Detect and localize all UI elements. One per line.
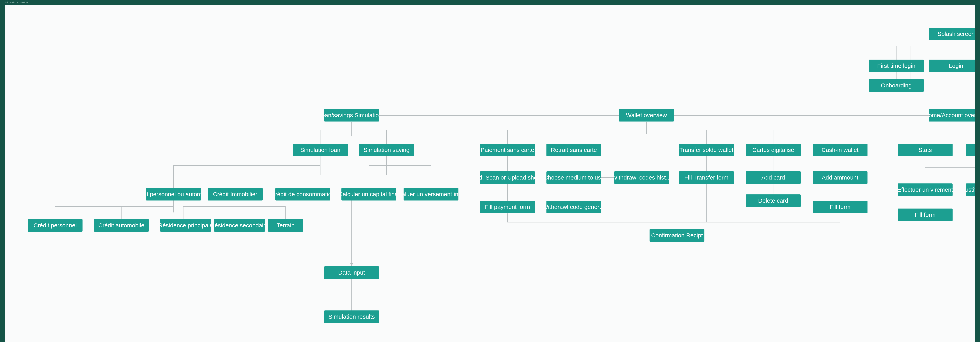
label: Add card [762,174,785,181]
connector-layer [5,5,975,337]
node-cartes-digitalise[interactable]: Cartes digitalisé [746,144,801,156]
label: Effectuer un virement [898,186,953,193]
label: First time login [877,62,915,69]
node-justificatif-compte[interactable]: Justificatif n° de compte [966,183,975,196]
label: Crédit de consommation [275,191,330,198]
label: Stats [918,146,932,153]
label: Résidence principale [160,222,211,229]
label: Fill form [915,211,936,218]
node-first-time-login[interactable]: First time login [869,60,924,72]
node-credit-automobile[interactable]: Crédit automobile [94,219,149,232]
node-splash-screen[interactable]: Splash screen [929,28,975,40]
node-transfers[interactable]: Transfers [966,144,975,156]
label: Simulation loan [300,146,340,153]
label: Calculer un capital final [341,191,396,198]
node-effectuer-virement[interactable]: Effectuer un virement [898,183,953,196]
node-login[interactable]: Login [929,60,975,72]
node-data-input[interactable]: Data input [324,266,379,279]
label: Onboarding [881,82,912,89]
node-confirmation-receipt[interactable]: Confirmation Recipt [649,229,705,242]
node-add-scan-upload[interactable]: Add. Scan or Upload sho… [480,171,535,184]
label: Crédit Immobilier [213,191,258,198]
node-simulation-loan[interactable]: Simulation loan [293,144,348,156]
label: Choose medium to use [546,174,601,181]
node-delete-card[interactable]: Delete card [746,194,801,207]
label: Home/Account overview [929,112,975,119]
node-add-ammount[interactable]: Add ammount [813,171,867,184]
label: Simulation saving [363,146,409,153]
label: Fill form [830,204,851,210]
label: Crédit automobile [98,222,144,229]
node-credit-personnel-ou-automobile[interactable]: Crédit personnel ou automobile [146,188,201,200]
label: Confirmation Recipt [651,232,703,239]
node-calculer-capital-final[interactable]: Calculer un capital final [341,188,396,200]
node-fill-form-virement[interactable]: Fill form [898,208,953,221]
label: Transfer solde wallet [679,146,733,153]
label: Terrain [277,222,294,229]
label: Loan/savings Simulations [324,112,379,119]
node-evaluer-versement-initial[interactable]: Evaluer un versement initial [404,188,458,200]
frame-title: information architecture [5,1,28,3]
node-terrain[interactable]: Terrain [268,219,303,232]
node-onboarding[interactable]: Onboarding [869,79,924,92]
node-fill-payment-form[interactable]: Fill payment form [480,201,535,213]
label: Login [949,62,963,69]
node-paiement-sans-carte[interactable]: Paiement sans carte [480,144,535,156]
label: Crédit personnel ou automobile [146,191,201,198]
label: Withdrawl code gener… [546,204,601,210]
node-cash-in-wallet[interactable]: Cash-in wallet [813,144,867,156]
label: Crédit personnel [33,222,76,229]
label: Paiement sans carte [480,146,534,153]
node-add-card[interactable]: Add card [746,171,801,184]
node-credit-immobilier[interactable]: Crédit Immobilier [208,188,262,200]
node-fill-transfer-form[interactable]: Fill Transfer form [679,171,734,184]
node-credit-de-consommation[interactable]: Crédit de consommation [275,188,330,200]
node-simulation-saving[interactable]: Simulation saving [359,144,414,156]
node-loan-savings-simulations[interactable]: Loan/savings Simulations [324,109,379,121]
diagram-canvas: Splash screen Login First time login Onb… [5,5,975,337]
label: Add ammount [822,174,859,181]
node-home-account-overview[interactable]: Home/Account overview [929,109,975,121]
node-stats[interactable]: Stats [898,144,953,156]
label: Data input [338,269,365,276]
label: Cartes digitalisé [752,146,794,153]
node-residence-principale[interactable]: Résidence principale [160,219,211,232]
node-residence-secondaire[interactable]: Résidence secondaire [214,219,265,232]
label: Cash-in wallet [822,146,859,153]
label: Splash screen [937,30,975,37]
label: Withdrawl codes hist… [614,174,669,181]
label: Add. Scan or Upload sho… [480,174,535,181]
node-retrait-sans-carte[interactable]: Retrait sans carte [546,144,601,156]
label: Retrait sans carte [551,146,597,153]
node-simulation-results[interactable]: Simulation results [324,310,379,323]
label: Fill Transfer form [684,174,728,181]
label: Wallet overview [626,112,667,119]
node-wallet-overview[interactable]: Wallet overview [619,109,674,121]
node-withdrawl-codes-history[interactable]: Withdrawl codes hist… [614,171,669,184]
svg-marker-0 [350,263,353,266]
node-withdrawl-code-generate[interactable]: Withdrawl code gener… [546,201,601,213]
node-credit-personnel[interactable]: Crédit personnel [28,219,83,232]
label: Justificatif n° de compte [966,186,975,193]
label: Simulation results [328,313,375,320]
label: Résidence secondaire [214,222,265,229]
node-choose-medium[interactable]: Choose medium to use [546,171,601,184]
label: Fill payment form [485,204,530,210]
node-transfer-solde-wallet[interactable]: Transfer solde wallet [679,144,734,156]
label: Delete card [758,197,788,204]
node-fill-form-cashin[interactable]: Fill form [813,201,867,213]
label: Evaluer un versement initial [404,191,458,198]
